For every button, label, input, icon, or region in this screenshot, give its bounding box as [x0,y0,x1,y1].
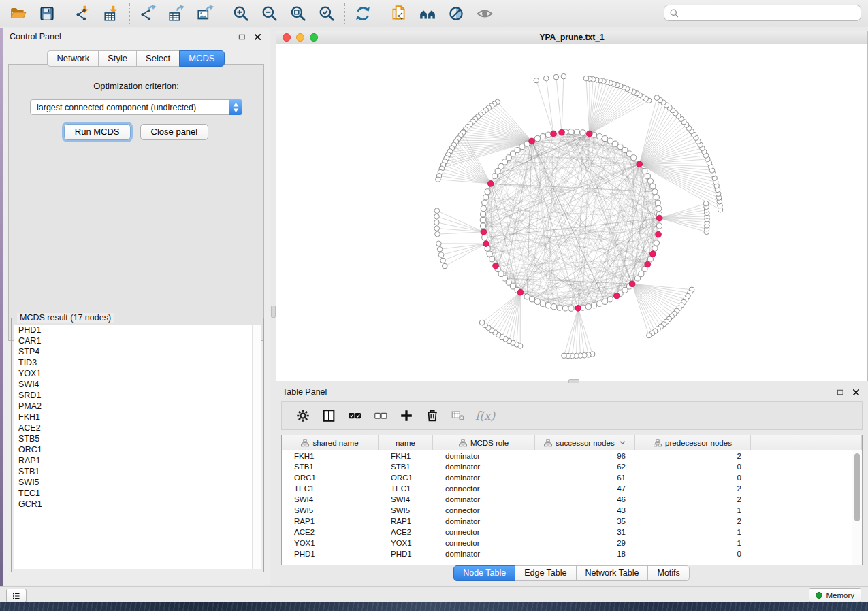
cell-predecessor-nodes: 2 [635,516,751,527]
function-builder-button[interactable]: f(x) [472,409,495,423]
table-row[interactable]: SWI4SWI4dominator462 [282,494,862,505]
export-image-button[interactable] [191,2,219,25]
tab-mcds[interactable]: MCDS [179,50,224,67]
tab-network[interactable]: Network [47,50,99,67]
run-mcds-button[interactable]: Run MCDS [64,124,131,140]
cell-predecessor-nodes: 2 [635,450,751,461]
import-network-button[interactable] [69,2,97,25]
minimize-window-icon[interactable] [296,33,304,42]
table-scrollbar-thumb[interactable] [854,453,860,521]
column-type-icon [544,439,552,447]
save-session-button[interactable] [33,2,61,25]
first-neighbors-button[interactable] [413,2,442,25]
network-snapshot-button[interactable] [385,2,413,25]
network-canvas[interactable] [276,44,867,382]
mcds-result-item[interactable]: TID3 [14,357,253,368]
mcds-result-item[interactable]: FKH1 [14,412,253,423]
mcds-result-item[interactable]: ACE2 [14,423,253,433]
settings-gear-button[interactable] [291,404,315,427]
refresh-view-button[interactable] [349,2,377,25]
table-row[interactable]: SWI5SWI5connector431 [282,505,862,516]
cell-shared-name: SWI5 [282,505,379,516]
tab-motifs[interactable]: Motifs [647,565,689,581]
vertical-splitter-grip[interactable] [271,306,276,318]
column-header-successor-nodes[interactable]: successor nodes [535,435,635,450]
cell-successor-nodes: 46 [535,494,635,505]
mcds-result-item[interactable]: SRD1 [14,390,253,401]
cell-successor-nodes: 29 [535,538,635,548]
mcds-result-item[interactable]: STP4 [14,346,253,357]
float-table-panel-icon[interactable] [835,387,846,397]
close-window-icon[interactable] [283,33,291,42]
table-row[interactable]: FKH1FKH1dominator962 [282,450,862,461]
task-history-button[interactable] [6,589,27,603]
column-header-shared-name[interactable]: shared name [282,435,379,450]
tab-network-table[interactable]: Network Table [576,565,649,581]
tab-style[interactable]: Style [98,50,137,67]
mcds-result-item[interactable]: PHD1 [14,325,253,335]
import-table-button[interactable] [97,2,126,25]
mcds-result-item[interactable]: GCR1 [14,499,253,510]
select-all-button[interactable] [343,404,366,427]
criterion-select[interactable]: largest connected component (undirected) [30,99,242,115]
mcds-result-item[interactable]: PMA2 [14,401,253,412]
zoom-fit-button[interactable] [284,2,312,25]
toolbar-separator [65,3,65,24]
network-snapshot-icon [390,5,408,22]
tab-node-table[interactable]: Node Table [453,565,515,581]
show-columns-button[interactable] [317,404,340,427]
zoom-out-button[interactable] [255,2,284,25]
close-table-panel-icon[interactable] [850,387,861,397]
deselect-all-button[interactable] [369,404,392,427]
float-panel-icon[interactable] [236,32,247,42]
mcds-result-item[interactable]: RAP1 [14,455,253,466]
table-row[interactable]: ORC1ORC1dominator610 [282,472,862,483]
toolbar-separator [223,3,223,24]
column-header-name[interactable]: name [379,435,433,450]
network-window-titlebar[interactable]: YPA_prune.txt_1 [276,31,867,44]
mcds-result-item[interactable]: SWI4 [14,379,253,390]
mcds-result-item[interactable]: ORC1 [14,444,253,455]
mcds-result-item[interactable]: STB5 [14,433,253,444]
toggle-graphics-details-icon [447,5,465,22]
add-column-button[interactable] [395,404,418,427]
column-header-predecessor-nodes[interactable]: predecessor nodes [635,435,751,450]
search-input[interactable] [683,7,861,18]
toggle-graphics-details-button[interactable] [442,2,470,25]
table-row[interactable]: PHD1PHD1dominator180 [282,548,862,559]
cell-successor-nodes: 43 [535,505,635,516]
mcds-list-scrollbar[interactable] [252,325,261,569]
zoom-selected-button[interactable] [312,2,341,25]
zoom-selected-icon [318,5,336,22]
close-panel-icon[interactable] [252,32,263,42]
search-box[interactable] [664,5,861,21]
maximize-window-icon[interactable] [310,33,318,42]
tab-edge-table[interactable]: Edge Table [515,565,576,581]
tab-select[interactable]: Select [136,50,180,67]
mcds-result-item[interactable]: TEC1 [14,488,253,499]
zoom-in-button[interactable] [227,2,255,25]
delete-column-button[interactable] [421,404,444,427]
column-header-MCDS-role[interactable]: MCDS role [433,435,535,450]
mcds-result-list[interactable]: PHD1CAR1STP4TID3YOX1SWI4SRD1PMA2FKH1ACE2… [14,325,253,569]
cell-shared-name: PHD1 [282,548,379,559]
show-hide-eye-button[interactable] [470,2,499,25]
mcds-result-item[interactable]: YOX1 [14,368,253,379]
table-row[interactable]: RAP1RAP1dominator352 [282,516,862,527]
mcds-result-item[interactable]: CAR1 [14,335,253,346]
table-row[interactable]: STB1STB1dominator620 [282,461,862,472]
open-session-button[interactable] [4,2,33,25]
export-network-button[interactable] [133,2,162,25]
close-panel-button[interactable]: Close panel [140,124,209,140]
table-row[interactable]: YOX1YOX1connector291 [282,538,862,548]
delete-table-button[interactable] [447,404,470,427]
export-table-button[interactable] [162,2,191,25]
table-scrollbar[interactable] [852,450,862,565]
table-row[interactable]: ACE2ACE2connector311 [282,527,862,538]
vertical-splitter[interactable] [270,28,276,585]
memory-button[interactable]: Memory [809,588,861,603]
mcds-result-item[interactable]: SWI5 [14,477,253,488]
table-row[interactable]: TEC1TEC1connector472 [282,483,862,494]
mcds-result-item[interactable]: STB1 [14,466,253,477]
control-panel: Control Panel NetworkStyleSelectMCDS Opt… [3,28,270,585]
